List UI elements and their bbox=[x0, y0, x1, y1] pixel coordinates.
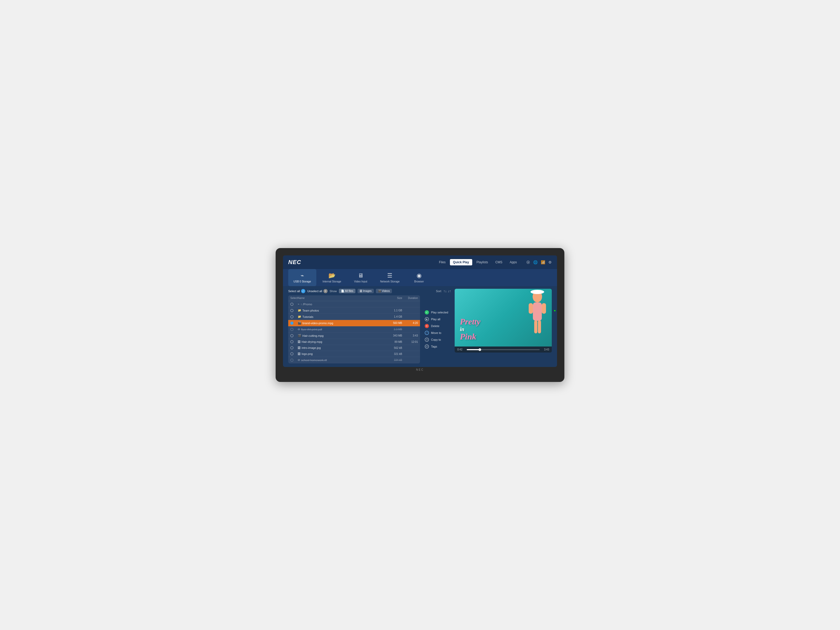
image-file-icon: 🖼 bbox=[298, 346, 300, 349]
svg-rect-7 bbox=[538, 320, 541, 333]
file-duration-cell: 3:43 bbox=[402, 334, 418, 337]
table-row[interactable]: 🖼 Hair-drying.mpg 89 MB 12:01 bbox=[288, 339, 420, 345]
progress-bar[interactable] bbox=[467, 349, 540, 350]
file-name-cell: 📁 Team photos bbox=[298, 309, 384, 312]
network-icon: ☰ bbox=[387, 272, 392, 279]
file-table-header: Select Name Size Duration bbox=[288, 295, 420, 301]
sort-desc-button[interactable]: ↓↑ bbox=[448, 289, 451, 293]
filter-images-button[interactable]: 🖼 Images bbox=[357, 289, 374, 293]
play-selected-label: Play selected bbox=[431, 311, 448, 314]
tab-apps[interactable]: Apps bbox=[507, 259, 520, 265]
unselect-all-label: Unselect all bbox=[307, 289, 322, 293]
play-selected-button[interactable]: ✓ Play selected bbox=[425, 310, 448, 315]
svg-rect-3 bbox=[533, 302, 542, 321]
right-panel: Pretty in Pink 0:42 3:43 bbox=[455, 289, 552, 363]
table-row[interactable]: 🖼 logo.png 321 kB bbox=[288, 351, 420, 357]
filter-videos-button[interactable]: 🎬 Videos bbox=[376, 289, 392, 293]
svg-rect-4 bbox=[529, 303, 533, 314]
storage-video-input-label: Video Input bbox=[354, 280, 367, 283]
total-time: 3:43 bbox=[542, 348, 549, 351]
row-select-radio[interactable] bbox=[291, 352, 294, 355]
file-size-cell: 343 MB bbox=[384, 334, 402, 337]
tab-quickplay[interactable]: Quick Play bbox=[450, 259, 472, 265]
storage-video-input[interactable]: 🖥 Video Input bbox=[347, 269, 374, 286]
video-file-icon: 🎬 bbox=[298, 334, 302, 337]
table-row[interactable]: 🖼 intro-image.jpg 562 kB bbox=[288, 345, 420, 351]
progress-thumb[interactable] bbox=[478, 348, 481, 351]
file-duration-cell: 12:01 bbox=[402, 341, 418, 343]
file-name-cell: 🖼 logo.png bbox=[298, 352, 384, 355]
storage-network-label: Network Storage bbox=[380, 280, 399, 283]
row-select-radio[interactable] bbox=[291, 303, 294, 306]
select-all-button[interactable]: Select all ✓ bbox=[288, 289, 305, 293]
file-name-cell: 📁 Tutorials bbox=[298, 315, 384, 318]
video-controls: 0:42 3:43 bbox=[455, 346, 552, 352]
table-row[interactable]: 🎬 brand-video-promo.mpg 560 MB 4:20 bbox=[288, 320, 420, 326]
row-select-radio[interactable] bbox=[291, 340, 294, 343]
folder-open-icon: 📂 bbox=[328, 272, 335, 279]
usb-icon: ⌁ bbox=[300, 272, 304, 279]
row-select-radio[interactable] bbox=[291, 322, 294, 325]
folder-icon: 📁 bbox=[298, 309, 302, 312]
file-size-cell: 1.4 GB bbox=[384, 315, 402, 318]
tags-button[interactable]: 🏷 Tags bbox=[425, 344, 448, 349]
copy-to-button[interactable]: ⎘ Copy to bbox=[425, 337, 448, 342]
sort-asc-button[interactable]: ↑↓ bbox=[444, 289, 447, 293]
file-size-cell: 321 kB bbox=[384, 352, 402, 355]
col-size: Size bbox=[384, 297, 402, 300]
file-name-cell: 🖼 Hair-drying.mpg bbox=[298, 340, 384, 343]
video-thumbnail: Pretty in Pink bbox=[455, 289, 552, 346]
row-select-radio[interactable] bbox=[291, 315, 294, 318]
usb-file-icon: ⌁ bbox=[298, 302, 300, 306]
folder-icon: 📁 bbox=[298, 315, 302, 318]
unselect-all-button[interactable]: Unselect all ✕ bbox=[307, 289, 328, 293]
settings-icon[interactable]: ⚙ bbox=[548, 260, 552, 264]
row-select-radio[interactable] bbox=[291, 309, 294, 312]
svg-rect-6 bbox=[534, 320, 537, 333]
filter-all-label: All files bbox=[345, 289, 353, 292]
row-select-radio[interactable] bbox=[291, 358, 294, 362]
progress-fill bbox=[467, 349, 480, 350]
left-panel: Select all ✓ Unselect all ✕ Show 📄 All f… bbox=[288, 289, 451, 363]
green-status-dot bbox=[554, 310, 556, 311]
storage-internal[interactable]: 📂 Internal Storage bbox=[317, 269, 346, 286]
table-row[interactable]: 📁 Team photos 1.1 GB bbox=[288, 307, 420, 314]
globe-icon[interactable]: 🌐 bbox=[533, 260, 538, 264]
show-label: Show bbox=[330, 289, 337, 293]
tab-playlists[interactable]: Playlists bbox=[473, 259, 491, 265]
col-name: Name bbox=[298, 297, 384, 300]
play-all-button[interactable]: ▶ Play all bbox=[425, 317, 448, 322]
move-to-button[interactable]: ↗ Move to bbox=[425, 330, 448, 335]
table-row[interactable]: 📁 Tutorials 1.4 GB bbox=[288, 314, 420, 320]
filter-all-files-button[interactable]: 📄 All files bbox=[339, 289, 355, 293]
file-duration-cell: 4:20 bbox=[402, 322, 418, 324]
user-icon[interactable]: ⦿ bbox=[526, 260, 530, 264]
wifi-icon[interactable]: 📶 bbox=[541, 260, 545, 264]
image-icon-small: 🖼 bbox=[360, 289, 362, 292]
storage-usb0[interactable]: ⌁ USB 0 Storage bbox=[288, 269, 316, 286]
file-name-cell: ⌁ ↑ /Promo bbox=[298, 302, 384, 306]
file-size-cell: 1.1 GB bbox=[384, 309, 402, 312]
browser-icon: ◉ bbox=[417, 272, 422, 279]
col-select: Select bbox=[291, 297, 298, 300]
blocked-icon: ⊘ bbox=[298, 358, 300, 362]
table-row[interactable]: ⊘ flyer A4-print.pdf 2.3 MB bbox=[288, 326, 420, 333]
sort-label: Sort bbox=[436, 289, 441, 293]
monitor-icon: 🖥 bbox=[358, 272, 363, 279]
delete-button[interactable]: ✕ Delete bbox=[425, 324, 448, 328]
storage-network[interactable]: ☰ Network Storage bbox=[375, 269, 405, 286]
storage-browser[interactable]: ◉ Browser bbox=[406, 269, 432, 286]
tab-cms[interactable]: CMS bbox=[492, 259, 505, 265]
row-select-radio[interactable] bbox=[291, 346, 294, 349]
tab-files[interactable]: Files bbox=[436, 259, 448, 265]
table-row[interactable]: ⌁ ↑ /Promo bbox=[288, 301, 420, 307]
row-select-radio[interactable] bbox=[291, 334, 294, 337]
title-pink: Pink bbox=[460, 332, 480, 341]
move-to-icon: ↗ bbox=[425, 331, 429, 335]
row-select-radio[interactable] bbox=[291, 328, 294, 331]
table-row[interactable]: 🎬 Hair-cutting.mpg 343 MB 3:43 bbox=[288, 333, 420, 339]
file-name-cell: ⊘ school homework.rtf bbox=[298, 358, 384, 362]
table-row[interactable]: ⊘ school homework.rtf 334 kB bbox=[288, 357, 420, 363]
file-icon-small: 📄 bbox=[341, 289, 344, 292]
tags-label: Tags bbox=[431, 345, 437, 348]
